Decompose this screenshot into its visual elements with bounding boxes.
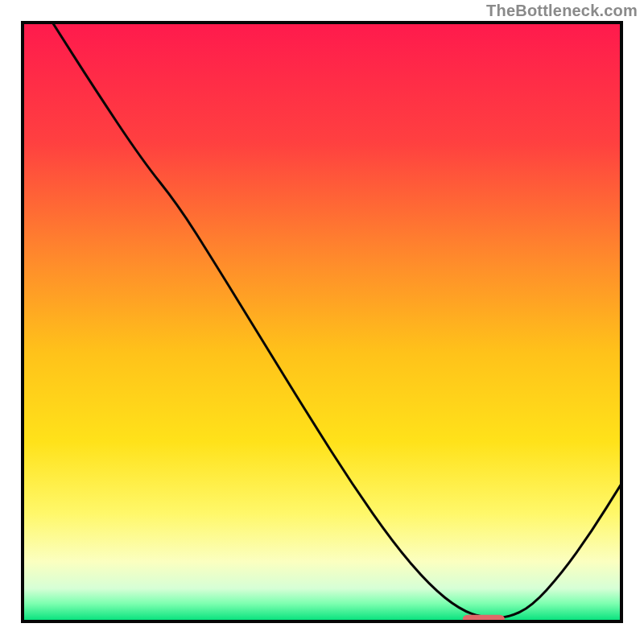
chart-container: { "attribution": "TheBottleneck.com", "c… (0, 0, 644, 644)
chart-background (23, 23, 621, 621)
bottleneck-chart (0, 0, 644, 644)
